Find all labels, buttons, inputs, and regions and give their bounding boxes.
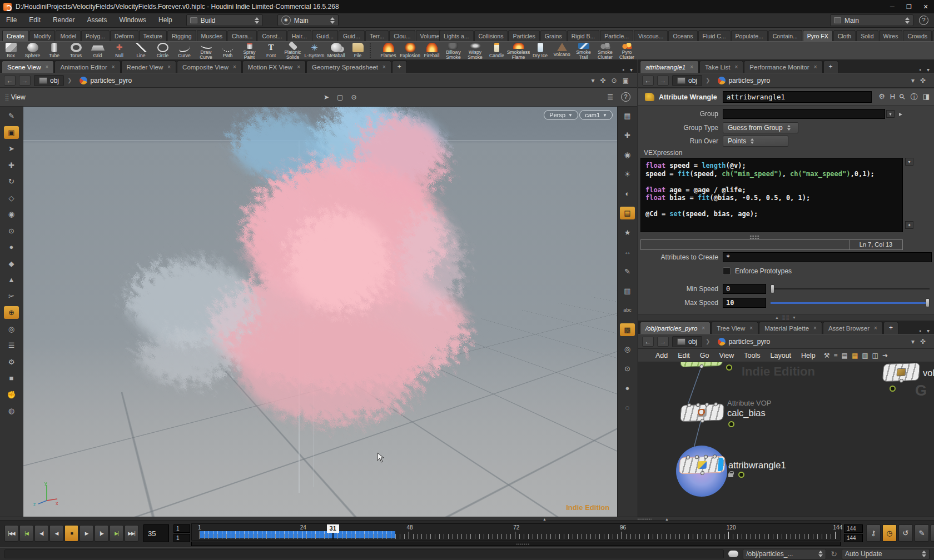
breadcrumb-node[interactable]: particles_pyro — [713, 336, 774, 347]
shelf-tool-wispy-smoke[interactable]: Wispy Smoke — [464, 42, 486, 59]
node-input-connector[interactable] — [686, 456, 690, 459]
shelf-tool-draw-curve[interactable]: Draw Curve — [195, 42, 217, 59]
shelf-tool-path[interactable]: Path — [217, 42, 239, 59]
spinner-icon[interactable] — [787, 125, 791, 131]
film-tool-icon[interactable]: ◍ — [4, 404, 19, 417]
cut-tool-icon[interactable]: ✂ — [4, 290, 19, 303]
group-dropdown-icon[interactable]: ▾ — [886, 110, 895, 118]
hscript-icon[interactable]: H — [890, 92, 895, 102]
breadcrumb-node[interactable]: particles_pyro — [713, 75, 774, 86]
pin-icon[interactable]: ✜ — [600, 77, 606, 84]
netmenu-help[interactable]: Help — [796, 352, 821, 359]
view-tool-label[interactable]: View — [11, 93, 26, 101]
menu-edit[interactable]: Edit — [23, 13, 47, 27]
scene-tab-animationeditor[interactable]: Animation Editor× — [54, 61, 120, 73]
key-pose-icon[interactable]: ■ — [4, 372, 19, 384]
shelf-tab-contain[interactable]: Contain... — [768, 30, 802, 41]
ring-icon[interactable]: ◎ — [620, 343, 635, 356]
playhead[interactable]: 31 — [327, 524, 339, 533]
auto-key-button[interactable]: ⚷ — [866, 524, 881, 542]
shelf-tab-clou[interactable]: Clou... — [389, 30, 415, 41]
close-icon[interactable]: × — [46, 64, 49, 70]
shelf-tab-pyrofx[interactable]: Pyro FX — [803, 30, 833, 41]
shelf-tab-rigging[interactable]: Rigging — [167, 30, 196, 41]
shelf-tool-box[interactable]: Box — [0, 42, 22, 59]
shelf-tab-particles[interactable]: Particles — [508, 30, 539, 41]
next-key-button[interactable]: ▶| — [110, 525, 123, 542]
network-graph[interactable]: Indie Edition G Attribute VOP calc_bia — [638, 362, 934, 521]
update-mode-dropdown[interactable]: Auto Update — [842, 549, 930, 559]
params-tab-takelist[interactable]: Take List× — [699, 61, 743, 73]
spinner-icon[interactable] — [326, 17, 335, 24]
node-attribwrangle1[interactable] — [679, 456, 726, 474]
netmenu-layout[interactable]: Layout — [766, 352, 797, 359]
scene-tab-sceneview[interactable]: Scene View× — [2, 61, 54, 73]
rotate-tool-icon[interactable]: ↻ — [4, 175, 19, 188]
close-button[interactable]: ✕ — [917, 0, 934, 13]
timeline-ruler[interactable]: 31 124487296120144 — [191, 523, 841, 541]
breadcrumb-root[interactable]: obj — [672, 75, 702, 86]
attribs-create-input[interactable]: * — [723, 252, 932, 262]
pin-icon[interactable]: ✜ — [920, 338, 926, 346]
menu-file[interactable]: File — [0, 13, 23, 27]
snapshot-icon[interactable]: ▩ — [620, 323, 635, 336]
snippet-menu-icon[interactable]: ✦ — [905, 221, 913, 229]
back-button[interactable]: ← — [4, 76, 16, 86]
network-tab-treeview[interactable]: Tree View× — [711, 322, 758, 334]
shelf-tool-l-system[interactable]: L-System — [304, 42, 325, 59]
shelf-tab-guid[interactable]: Guid... — [339, 30, 365, 41]
close-icon[interactable]: × — [112, 64, 115, 70]
shelf-tab-rigidb[interactable]: Rigid B... — [567, 30, 600, 41]
dropdown-caret-icon[interactable]: ▾ — [911, 77, 915, 84]
shelf-tool-flames[interactable]: Flames — [377, 42, 399, 59]
shelf-tool-pyro-cluster[interactable]: Pyro Cluster — [616, 42, 638, 59]
close-icon[interactable]: × — [734, 64, 738, 70]
scope-button[interactable]: ✎ — [915, 524, 929, 542]
node-input-connector[interactable] — [714, 402, 718, 406]
shelf-tab-oceans[interactable]: Oceans — [668, 30, 697, 41]
help-button[interactable]: ? — [919, 16, 928, 25]
scene-tab-motionfxview[interactable]: Motion FX View× — [242, 61, 306, 73]
node-input-connector[interactable] — [696, 403, 700, 407]
prev-frame-button[interactable]: ◀| — [34, 525, 48, 542]
close-icon[interactable]: × — [690, 64, 693, 70]
node-name-field[interactable]: attribwrangle1 — [723, 91, 872, 103]
play-button[interactable]: ▶ — [80, 525, 93, 542]
play-reverse-button[interactable]: ◀ — [49, 525, 63, 542]
palette-grid-icon[interactable]: ▦ — [852, 352, 858, 359]
new-tab-button[interactable]: + — [883, 322, 898, 334]
node-display-flag[interactable] — [738, 472, 744, 478]
realtime-toggle-button[interactable]: ◷ — [882, 524, 897, 542]
pane-menu-icon[interactable]: ▾ — [927, 328, 930, 334]
network-tab-objparticlespyro[interactable]: /obj/particles_pyro× — [640, 322, 711, 334]
snap-tool-icon[interactable]: ◎ — [4, 323, 19, 336]
view-projection-dropdown[interactable]: Persp▼ — [544, 110, 578, 120]
shelf-tool-volcano[interactable]: Volcano — [551, 42, 573, 59]
forward-button[interactable]: → — [657, 76, 669, 86]
shelf-tab-guid[interactable]: Guid... — [312, 30, 338, 41]
back-button[interactable]: ← — [642, 337, 654, 347]
network-tab-materialpalette[interactable]: Material Palette× — [759, 322, 822, 334]
lasso-select-icon[interactable]: ⊙ — [351, 93, 356, 101]
spinner-icon[interactable] — [814, 551, 823, 557]
shelf-tab-modify[interactable]: Modify — [29, 30, 56, 41]
shelf-tab-particle[interactable]: Particle... — [600, 30, 633, 41]
menu-help[interactable]: Help — [152, 13, 178, 27]
node-display-flag[interactable] — [890, 386, 896, 392]
layout-single-icon[interactable]: ▦ — [620, 109, 635, 122]
netmenu-tools[interactable]: Tools — [739, 352, 765, 359]
shelf-tool-billowy-smoke[interactable]: Billowy Smoke — [443, 42, 464, 59]
enforce-prototypes-checkbox[interactable] — [723, 267, 731, 275]
shelf-tab-create[interactable]: Create — [2, 30, 29, 41]
dropdown-caret-icon[interactable]: ▾ — [911, 338, 915, 346]
handles-tool-icon[interactable]: ▣ — [4, 126, 19, 139]
brush-tool-icon[interactable]: ⊙ — [4, 224, 19, 237]
settings-tool-icon[interactable]: ⚙ — [4, 356, 19, 368]
node-template-flag[interactable] — [718, 458, 724, 471]
range-start-field-alt[interactable]: 1 — [173, 534, 190, 542]
timeline-scrollbar[interactable] — [191, 542, 841, 546]
slider-handle[interactable] — [926, 298, 930, 307]
box-select-icon[interactable]: ▢ — [337, 93, 343, 101]
group-type-dropdown[interactable]: Guess from Group — [723, 122, 798, 133]
shelf-tab-solid[interactable]: Solid — [856, 30, 878, 41]
